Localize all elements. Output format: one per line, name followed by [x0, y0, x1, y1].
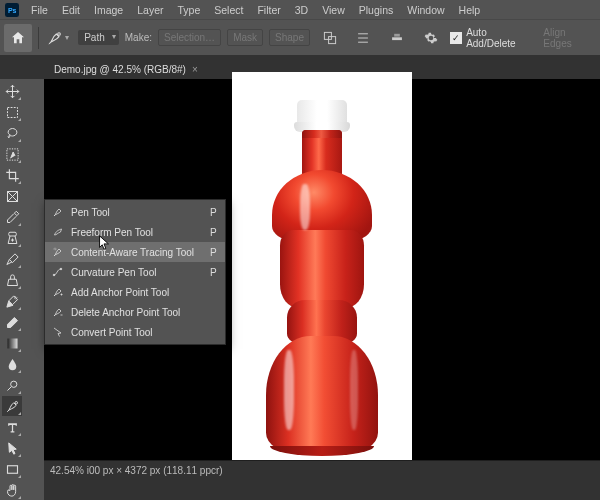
marquee-tool[interactable] [2, 102, 22, 122]
crop-tool[interactable] [2, 165, 22, 185]
eraser-tool[interactable] [2, 312, 22, 332]
svg-rect-15 [7, 465, 17, 473]
eyedropper-tool[interactable] [2, 207, 22, 227]
svg-rect-3 [324, 32, 331, 39]
blur-tool[interactable] [2, 354, 22, 374]
pen-tool[interactable] [2, 396, 22, 416]
svg-point-2 [58, 32, 61, 35]
freeform-pen-icon [51, 225, 65, 239]
menu-plugins[interactable]: Plugins [352, 1, 400, 19]
options-bar: ▾ Path Make: Selection… Mask Shape ✓ Aut… [0, 19, 600, 55]
delete-anchor-icon [51, 305, 65, 319]
svg-point-14 [15, 401, 18, 404]
flyout-shortcut: P [200, 267, 217, 278]
menu-image[interactable]: Image [87, 1, 130, 19]
menu-select[interactable]: Select [207, 1, 250, 19]
make-shape-button[interactable]: Shape [269, 29, 310, 46]
svg-text:Ps: Ps [8, 6, 17, 13]
document-tab[interactable]: Demo.jpg @ 42.5% (RGB/8#) × [44, 58, 208, 80]
svg-point-20 [54, 248, 56, 250]
svg-rect-7 [7, 107, 17, 117]
pick-mode-select[interactable]: Path [78, 30, 119, 45]
separator [38, 27, 39, 49]
make-label: Make: [125, 32, 152, 43]
flyout-shortcut: P [200, 247, 217, 258]
flyout-item-label: Pen Tool [71, 207, 110, 218]
path-selection-tool[interactable] [2, 438, 22, 458]
flyout-curvature-pen-tool[interactable]: Curvature Pen Tool P [45, 262, 225, 282]
brush-tool[interactable] [2, 249, 22, 269]
svg-point-22 [60, 268, 62, 270]
flyout-item-label: Delete Anchor Point Tool [71, 307, 180, 318]
menu-window[interactable]: Window [400, 1, 451, 19]
status-text: 42.54% i00 px × 4372 px (118.11 ppcr) [50, 465, 223, 476]
menu-help[interactable]: Help [452, 1, 488, 19]
menu-filter[interactable]: Filter [250, 1, 287, 19]
clone-stamp-tool[interactable] [2, 270, 22, 290]
frame-tool[interactable] [2, 186, 22, 206]
hand-tool[interactable] [2, 480, 22, 500]
flyout-item-label: Curvature Pen Tool [71, 267, 156, 278]
type-tool[interactable] [2, 417, 22, 437]
object-selection-tool[interactable] [2, 144, 22, 164]
auto-add-delete-label: Auto Add/Delete [466, 27, 537, 49]
flyout-pen-tool[interactable]: Pen Tool P [45, 202, 225, 222]
convert-point-icon [51, 325, 65, 339]
home-button[interactable] [4, 24, 32, 52]
gear-icon[interactable] [417, 24, 445, 52]
svg-rect-10 [8, 232, 16, 236]
menu-layer[interactable]: Layer [130, 1, 170, 19]
make-selection-button[interactable]: Selection… [158, 29, 221, 46]
menu-edit[interactable]: Edit [55, 1, 87, 19]
svg-point-13 [10, 381, 16, 387]
path-ops-icon[interactable] [316, 24, 344, 52]
flyout-item-label: Convert Point Tool [71, 327, 153, 338]
healing-brush-tool[interactable] [2, 228, 22, 248]
flyout-shortcut: P [200, 207, 217, 218]
content-aware-pen-icon [51, 245, 65, 259]
status-bar: 42.54% i00 px × 4372 px (118.11 ppcr) [44, 460, 600, 480]
gradient-tool[interactable] [2, 333, 22, 353]
flyout-shortcut: P [200, 227, 217, 238]
history-brush-tool[interactable] [2, 291, 22, 311]
svg-rect-4 [328, 36, 335, 43]
menu-3d[interactable]: 3D [288, 1, 315, 19]
path-arrange-icon[interactable] [383, 24, 411, 52]
svg-rect-6 [394, 33, 400, 36]
tool-preset-picker[interactable]: ▾ [45, 24, 73, 52]
path-align-icon[interactable] [350, 24, 378, 52]
close-tab-icon[interactable]: × [192, 64, 198, 75]
dodge-tool[interactable] [2, 375, 22, 395]
checkbox-icon: ✓ [450, 32, 462, 44]
flyout-item-label: Content-Aware Tracing Tool [71, 247, 194, 258]
flyout-delete-anchor-point-tool[interactable]: Delete Anchor Point Tool [45, 302, 225, 322]
flyout-add-anchor-point-tool[interactable]: Add Anchor Point Tool [45, 282, 225, 302]
make-mask-button[interactable]: Mask [227, 29, 263, 46]
bottle-image [260, 100, 384, 456]
rectangle-tool[interactable] [2, 459, 22, 479]
flyout-convert-point-tool[interactable]: Convert Point Tool [45, 322, 225, 342]
move-tool[interactable] [2, 81, 22, 101]
toolbox: ⋯ [0, 79, 44, 500]
pen-icon [51, 205, 65, 219]
cursor-icon [98, 235, 110, 251]
curvature-pen-icon [51, 265, 65, 279]
canvas [232, 72, 412, 467]
work-area: ⋯ Pen Tool P [0, 79, 600, 480]
svg-point-21 [53, 274, 55, 276]
menu-bar: Ps File Edit Image Layer Type Select Fil… [0, 0, 600, 19]
add-anchor-icon [51, 285, 65, 299]
flyout-item-label: Add Anchor Point Tool [71, 287, 169, 298]
flyout-freeform-pen-tool[interactable]: Freeform Pen Tool P [45, 222, 225, 242]
menu-type[interactable]: Type [170, 1, 207, 19]
ps-logo-icon: Ps [2, 1, 22, 19]
svg-rect-12 [7, 338, 17, 348]
flyout-item-label: Freeform Pen Tool [71, 227, 153, 238]
pen-tool-flyout: Pen Tool P Freeform Pen Tool P Content-A… [44, 199, 226, 345]
menu-view[interactable]: View [315, 1, 352, 19]
lasso-tool[interactable] [2, 123, 22, 143]
auto-add-delete-checkbox[interactable]: ✓ Auto Add/Delete [450, 27, 537, 49]
document-tab-title: Demo.jpg @ 42.5% (RGB/8#) [54, 64, 186, 75]
menu-file[interactable]: File [24, 1, 55, 19]
flyout-content-aware-tracing-tool[interactable]: Content-Aware Tracing Tool P [45, 242, 225, 262]
